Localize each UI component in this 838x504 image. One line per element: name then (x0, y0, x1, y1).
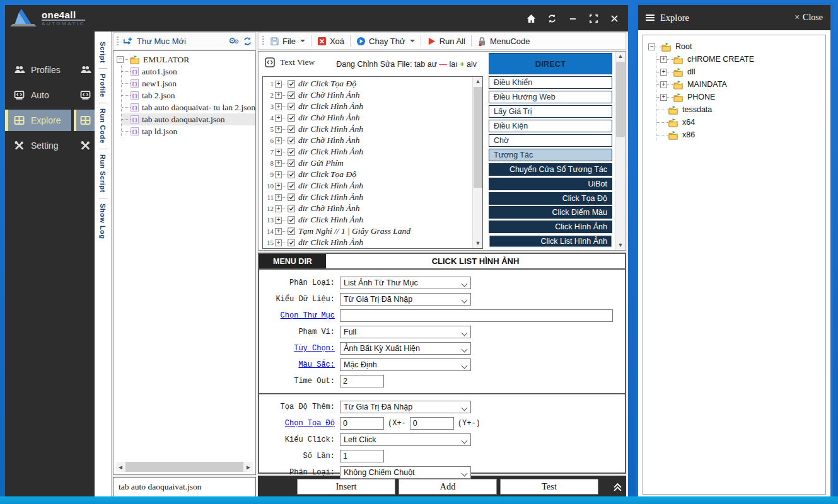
xoá-button[interactable]: Xoá (314, 37, 347, 46)
select-field[interactable]: List Ảnh Từ Thư Mục (340, 277, 471, 289)
sidebar-item-icon-cell[interactable] (74, 59, 95, 81)
sidebar-item-main[interactable]: Auto (5, 84, 71, 106)
script-list-scrollbar[interactable]: ▲▼ (472, 77, 482, 248)
expand-box[interactable]: + (660, 94, 667, 101)
step-checkbox[interactable] (288, 103, 296, 111)
tab-run-script[interactable]: Run Script (99, 149, 107, 198)
form-link-label[interactable]: Chọn Thư Mục (259, 311, 335, 320)
expand-box[interactable]: + (275, 149, 282, 156)
file-item[interactable]: {}tab auto daoquaivat.json (122, 113, 255, 125)
select-field[interactable]: Full (340, 326, 471, 338)
script-step-row[interactable]: 10+dir Click Hình Ảnh (264, 180, 482, 192)
tree-folder-item[interactable]: x86 (656, 129, 825, 141)
step-checkbox[interactable] (288, 137, 296, 145)
select-field[interactable]: Không Chiếm Chuột (340, 466, 471, 479)
script-step-row[interactable]: 11+dir Click Hình Ảnh (264, 192, 482, 203)
collapse-box[interactable]: − (117, 56, 124, 63)
form-link-label[interactable]: Màu Sắc: (259, 360, 335, 369)
step-checkbox[interactable] (288, 171, 296, 179)
step-checkbox[interactable] (288, 182, 296, 190)
scrollbar-thumb[interactable] (125, 462, 243, 472)
explorer-close-button[interactable]: × Close (794, 13, 823, 23)
script-step-row[interactable]: 8+dir Gửi Phím (264, 158, 482, 169)
sidebar-item-setting[interactable]: Setting (5, 135, 95, 156)
script-step-row[interactable]: 7+dir Click Hình Ảnh (264, 146, 482, 158)
menucode-button[interactable]: MenuCode (474, 37, 533, 46)
script-step-row[interactable]: 15+dir Click Hình Ảnh (264, 237, 482, 248)
category-button[interactable]: Điều Hướng Web (489, 91, 612, 103)
scroll-down-arrow[interactable]: ▼ (615, 241, 626, 250)
new-folder-icon[interactable] (122, 37, 133, 46)
tab-profile[interactable]: Profile (99, 69, 107, 103)
expand-box[interactable]: + (275, 239, 282, 246)
step-checkbox[interactable] (288, 159, 296, 168)
expand-box[interactable]: + (275, 81, 282, 88)
form-link-label[interactable]: Chọn Tọa Độ (259, 419, 335, 428)
action-button[interactable]: Click List Hình Ảnh (489, 235, 612, 248)
step-checkbox[interactable] (288, 227, 296, 236)
select-field[interactable]: Ảnh Bất Kỳ Xuất Hiện (340, 342, 471, 355)
script-step-row[interactable]: 13+dir Click Hình Ảnh (264, 214, 482, 226)
step-checkbox[interactable] (288, 125, 296, 134)
action-button[interactable]: Click Hình Ảnh (489, 220, 612, 233)
expand-box[interactable]: + (660, 81, 667, 88)
collapse-panel-button[interactable] (613, 482, 622, 491)
refresh-files-icon[interactable] (243, 37, 252, 46)
new-folder-button[interactable]: Thư Mục Mới (137, 37, 224, 46)
step-checkbox[interactable] (288, 148, 296, 156)
expand-box[interactable]: + (275, 92, 282, 99)
scroll-up-arrow[interactable]: ▲ (473, 77, 483, 86)
expand-box[interactable]: + (275, 137, 282, 144)
tab-show-log[interactable]: Show Log (99, 198, 107, 244)
toolbar-grip[interactable] (117, 37, 119, 47)
y-offset-field[interactable] (410, 417, 454, 430)
tree-folder-item[interactable]: +PHONE (656, 91, 825, 103)
close-button[interactable] (610, 14, 619, 23)
expand-box[interactable]: + (275, 126, 282, 133)
gears-icon[interactable]: ⚙⚙ (228, 37, 239, 46)
tree-folder-item[interactable]: x64 (656, 116, 825, 129)
toolbar-grip[interactable] (262, 36, 264, 46)
step-checkbox[interactable] (288, 91, 296, 100)
file-item[interactable]: {}tap ld.json (122, 125, 255, 137)
text-field[interactable] (340, 309, 613, 322)
action-button[interactable]: Chuyển Cửa Sổ Tương Tác (489, 163, 612, 176)
step-checkbox[interactable] (288, 193, 296, 202)
action-button[interactable]: Click Điểm Màu (489, 206, 612, 219)
sidebar-item-icon-cell[interactable] (74, 110, 95, 131)
insert-button[interactable]: Insert (297, 479, 395, 495)
maximize-button[interactable] (589, 14, 598, 23)
direct-button[interactable]: DIRECT (489, 53, 612, 74)
workspace-scrollbar[interactable]: ▲ ▼ (615, 52, 626, 250)
tree-folder-item[interactable]: +dll (656, 66, 825, 78)
tree-folder-item[interactable]: +cHROME CREATE (656, 53, 825, 66)
tree-folder-item[interactable]: +MAINDATA (656, 78, 825, 91)
scroll-down-arrow[interactable]: ▼ (473, 239, 483, 248)
script-step-row[interactable]: 5+dir Click Hình Ảnh (264, 123, 482, 135)
category-button[interactable]: Chờ (489, 134, 612, 147)
expand-box[interactable]: + (275, 217, 282, 224)
sidebar-item-profiles[interactable]: Profiles (5, 59, 95, 81)
menu-dir-button[interactable]: MENU DIR (259, 254, 326, 268)
file-item[interactable]: {}tab 2.json (122, 89, 255, 101)
selected-file-field[interactable]: tab auto daoquaivat.json (113, 477, 256, 497)
scrollbar-thumb[interactable] (616, 62, 625, 137)
sidebar-item-icon-cell[interactable] (74, 84, 95, 106)
text-field[interactable] (340, 450, 384, 462)
sidebar-item-auto[interactable]: Auto (5, 84, 95, 106)
text-view-toggle[interactable]: Text View (265, 57, 315, 67)
add-button[interactable]: Add (399, 479, 497, 495)
script-step-row[interactable]: 1+dir Click Tọa Độ (264, 78, 482, 89)
action-button[interactable]: UiBot (489, 178, 612, 190)
category-button[interactable]: Lấy Giá Trị (489, 105, 612, 118)
test-button[interactable]: Test (500, 479, 598, 495)
select-field[interactable]: Từ Giá Trị Đã Nhập (340, 293, 471, 306)
select-field[interactable]: Mặc Định (340, 358, 471, 371)
file-button[interactable]: File (267, 37, 308, 46)
scroll-up-arrow[interactable]: ▲ (615, 52, 626, 61)
x-offset-field[interactable] (340, 417, 384, 430)
select-field[interactable]: Từ Giá Trị Đã Nhập (340, 401, 471, 413)
expand-box[interactable]: + (275, 228, 282, 235)
tab-run-code[interactable]: Run Code (99, 103, 107, 149)
script-step-row[interactable]: 6+dir Chờ Hình Ảnh (264, 135, 482, 146)
